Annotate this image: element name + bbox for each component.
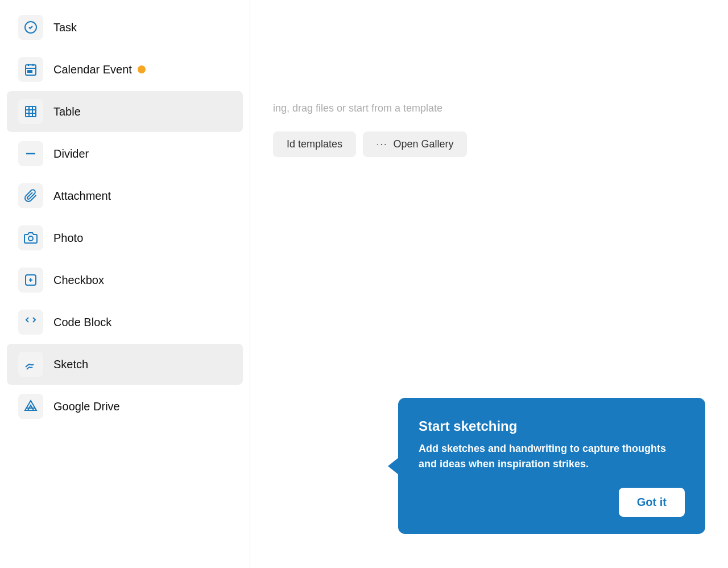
menu-item-calendar-event[interactable]: Calendar Event [7, 49, 243, 90]
calendar-icon-container [18, 57, 43, 82]
google-drive-label: Google Drive [53, 400, 120, 413]
sketch-icon [24, 357, 38, 371]
checkbox-icon [24, 273, 38, 287]
table-label: Table [53, 105, 81, 118]
open-gallery-button[interactable]: ··· Open Gallery [363, 131, 467, 157]
photo-icon [24, 231, 38, 245]
right-content-area: ing, drag files or start from a template… [250, 0, 728, 568]
menu-item-task[interactable]: Task [7, 7, 243, 48]
code-block-label: Code Block [53, 316, 111, 329]
open-gallery-label: Open Gallery [393, 138, 453, 150]
divider-icon [24, 147, 38, 160]
task-label: Task [53, 21, 77, 34]
code-block-icon [24, 315, 38, 329]
table-icon [24, 105, 38, 118]
menu-item-google-drive[interactable]: Google Drive [7, 386, 243, 427]
menu-item-photo[interactable]: Photo [7, 217, 243, 258]
main-area: ing, drag files or start from a template… [0, 0, 728, 568]
attachment-icon-container [18, 183, 43, 208]
sketch-tooltip-card: Start sketching Add sketches and handwri… [398, 398, 705, 534]
checkbox-icon-container [18, 267, 43, 293]
task-icon [24, 20, 38, 34]
calendar-icon [24, 63, 38, 76]
tooltip-footer: Got it [419, 488, 685, 517]
photo-icon-container [18, 225, 43, 250]
code-block-icon-container [18, 310, 43, 335]
svg-rect-5 [28, 71, 30, 72]
tooltip-title: Start sketching [419, 418, 685, 434]
menu-item-table[interactable]: Table [7, 91, 243, 132]
menu-item-code-block[interactable]: Code Block [7, 302, 243, 343]
menu-item-sketch[interactable]: Sketch [7, 344, 243, 385]
google-drive-icon-container [18, 394, 43, 419]
action-buttons-row: Id templates ··· Open Gallery [273, 131, 705, 157]
hint-text: ing, drag files or start from a template [273, 23, 705, 114]
ellipsis-icon: ··· [377, 139, 387, 150]
svg-rect-7 [26, 106, 36, 117]
checkbox-label: Checkbox [53, 274, 104, 287]
tooltip-arrow [388, 457, 399, 475]
table-icon-container [18, 99, 43, 124]
svg-point-13 [28, 236, 33, 241]
notification-dot [138, 65, 146, 73]
attachment-label: Attachment [53, 190, 111, 203]
calendar-event-label: Calendar Event [53, 63, 132, 76]
tooltip-body: Add sketches and handwriting to capture … [419, 441, 685, 472]
task-icon-container [18, 15, 43, 40]
got-it-button[interactable]: Got it [619, 488, 685, 517]
divider-label: Divider [53, 147, 89, 160]
sketch-icon-container [18, 352, 43, 377]
google-drive-icon [24, 400, 38, 413]
menu-item-divider[interactable]: Divider [7, 133, 243, 174]
menu-item-attachment[interactable]: Attachment [7, 175, 243, 216]
attachment-icon [24, 189, 38, 203]
left-panel-menu: Task Calendar Event [0, 0, 250, 568]
divider-icon-container [18, 141, 43, 166]
photo-label: Photo [53, 232, 83, 245]
sketch-label: Sketch [53, 358, 88, 371]
id-templates-button[interactable]: Id templates [273, 131, 356, 157]
svg-rect-6 [30, 71, 32, 72]
menu-item-checkbox[interactable]: Checkbox [7, 260, 243, 301]
